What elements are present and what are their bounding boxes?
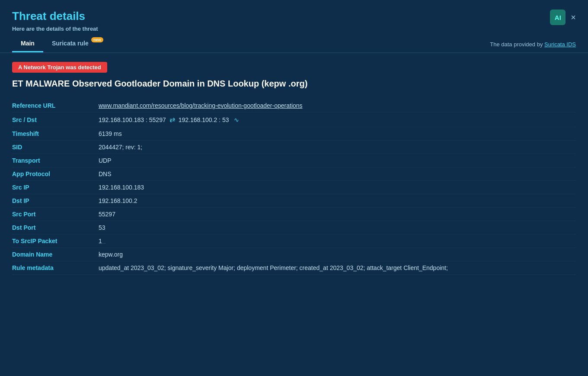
detail-row: SID2044427; rev: 1; — [12, 141, 576, 154]
wave-icon: ∿ — [234, 116, 239, 123]
detail-label: To SrcIP Packet — [12, 238, 99, 244]
panel-subtitle: Here are the details of the threat — [12, 26, 98, 32]
suricata-ids-link[interactable]: Suricata IDS — [544, 41, 576, 48]
tabs-row: Main Suricata rule new The data provided… — [0, 36, 588, 53]
src-address: 192.168.100.183 : 55297 — [99, 116, 166, 123]
panel-header: Threat details Here are the details of t… — [0, 0, 588, 36]
detail-label: Reference URL — [12, 102, 99, 109]
detail-row: To SrcIP Packet1 — [12, 235, 576, 248]
new-badge: new — [91, 37, 103, 42]
detail-value: kepw.org — [99, 251, 576, 258]
detail-label: Dst IP — [12, 197, 99, 204]
detail-label: SID — [12, 144, 99, 151]
header-right: AI × — [550, 10, 576, 25]
detail-label: App Protocol — [12, 170, 99, 177]
detail-row: TransportUDP — [12, 154, 576, 167]
detail-value: 6139 ms — [99, 130, 576, 137]
detail-row: App ProtocolDNS — [12, 167, 576, 181]
detail-value: DNS — [99, 170, 576, 177]
detail-value: 55297 — [99, 211, 576, 218]
detail-row: Timeshift6139 ms — [12, 127, 576, 141]
detail-value: 192.168.100.2 — [99, 197, 576, 204]
tab-main[interactable]: Main — [12, 36, 43, 52]
tab-suricata[interactable]: Suricata rule new — [43, 36, 104, 52]
detail-value: www.mandiant.com/resources/blog/tracking… — [99, 102, 576, 109]
detail-label: Transport — [12, 157, 99, 164]
detail-row: Src IP192.168.100.183 — [12, 181, 576, 194]
detail-label: Rule metadata — [12, 264, 99, 271]
close-button[interactable]: × — [571, 13, 576, 22]
alert-badge: A Network Trojan was detected — [12, 62, 107, 73]
detail-label: Timeshift — [12, 130, 99, 137]
detail-value: 192.168.100.183 : 55297⇄192.168.100.2 : … — [99, 116, 576, 124]
threat-title: ET MALWARE Observed Gootloader Domain in… — [0, 78, 588, 99]
detail-value: 192.168.100.183 — [99, 184, 576, 191]
tabs-left: Main Suricata rule new — [12, 36, 104, 52]
header-left: Threat details Here are the details of t… — [12, 10, 98, 32]
detail-row: Domain Namekepw.org — [12, 248, 576, 261]
detail-row: Src / Dst192.168.100.183 : 55297⇄192.168… — [12, 112, 576, 127]
transfer-icon: ⇄ — [169, 116, 175, 124]
detail-label: Src / Dst — [12, 116, 99, 123]
ai-badge: AI — [550, 10, 566, 25]
panel-title: Threat details — [12, 10, 98, 23]
detail-value: UDP — [99, 157, 576, 164]
detail-label: Src IP — [12, 184, 99, 191]
detail-label: Dst Port — [12, 224, 99, 231]
reference-url-link[interactable]: www.mandiant.com/resources/blog/tracking… — [99, 102, 303, 109]
detail-row: Dst IP192.168.100.2 — [12, 194, 576, 208]
detail-row: Dst Port53 — [12, 221, 576, 235]
detail-value: 53 — [99, 224, 576, 231]
detail-row: Rule metadataupdated_at 2023_03_02; sign… — [12, 261, 576, 275]
data-provider: The data provided by Suricata IDS — [490, 41, 576, 48]
detail-row: Reference URLwww.mandiant.com/resources/… — [12, 99, 576, 112]
detail-value: updated_at 2023_03_02; signature_severit… — [99, 264, 576, 271]
dst-address: 192.168.100.2 : 53 — [179, 116, 229, 123]
details-table: Reference URLwww.mandiant.com/resources/… — [0, 99, 588, 275]
detail-label: Src Port — [12, 211, 99, 218]
threat-details-panel: Threat details Here are the details of t… — [0, 0, 588, 376]
detail-value: 1 — [99, 238, 576, 244]
detail-value: 2044427; rev: 1; — [99, 144, 576, 151]
detail-row: Src Port55297 — [12, 208, 576, 221]
detail-label: Domain Name — [12, 251, 99, 258]
